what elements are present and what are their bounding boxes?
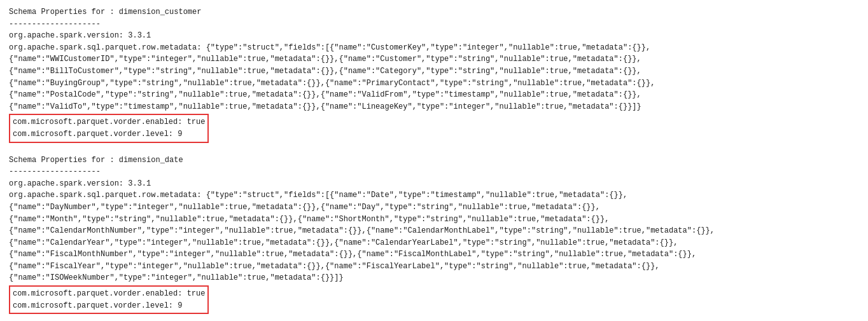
section-title: Schema Properties for : dimension_custom… (9, 6, 859, 18)
section-title: Schema Properties for : dimension_date (9, 154, 859, 167)
section-dimension_customer: Schema Properties for : dimension_custom… (9, 6, 859, 143)
metadata-line: {"name":"FiscalYear","type":"integer","n… (9, 261, 859, 273)
content-area: Schema Properties for : dimension_custom… (9, 6, 859, 314)
metadata-line: {"name":"CalendarYear","type":"integer",… (9, 237, 859, 249)
metadata-line: {"name":"BuyingGroup","type":"string","n… (9, 78, 859, 90)
metadata-line: org.apache.spark.sql.parquet.row.metadat… (9, 189, 859, 201)
highlighted-properties-box: com.microsoft.parquet.vorder.enabled: tr… (9, 285, 209, 314)
metadata-line: {"name":"PostalCode","type":"string","nu… (9, 89, 859, 101)
highlighted-properties-box: com.microsoft.parquet.vorder.enabled: tr… (9, 114, 209, 142)
metadata-line: {"name":"FiscalMonthNumber","type":"inte… (9, 249, 859, 261)
metadata-line: {"name":"ValidTo","type":"timestamp","nu… (9, 101, 859, 113)
metadata-line: {"name":"CalendarMonthNumber","type":"in… (9, 225, 859, 237)
highlighted-line: com.microsoft.parquet.vorder.enabled: tr… (13, 116, 205, 128)
metadata-line: {"name":"Month","type":"string","nullabl… (9, 214, 859, 226)
highlighted-line: com.microsoft.parquet.vorder.enabled: tr… (13, 288, 205, 300)
highlighted-line: com.microsoft.parquet.vorder.level: 9 (13, 128, 205, 140)
metadata-line: {"name":"DayNumber","type":"integer","nu… (9, 201, 859, 214)
metadata-line: {"name":"WWICustomerID","type":"integer"… (9, 53, 859, 65)
divider: -------------------- (9, 166, 859, 178)
version-line: org.apache.spark.version: 3.3.1 (9, 178, 859, 190)
divider: -------------------- (9, 18, 859, 31)
metadata-line: {"name":"ISOWeekNumber","type":"integer"… (9, 272, 859, 284)
highlighted-line: com.microsoft.parquet.vorder.level: 9 (13, 300, 205, 312)
metadata-line: {"name":"BillToCustomer","type":"string"… (9, 65, 859, 78)
section-dimension_date: Schema Properties for : dimension_date--… (9, 154, 859, 315)
version-line: org.apache.spark.version: 3.3.1 (9, 30, 859, 42)
metadata-line: org.apache.spark.sql.parquet.row.metadat… (9, 42, 859, 54)
